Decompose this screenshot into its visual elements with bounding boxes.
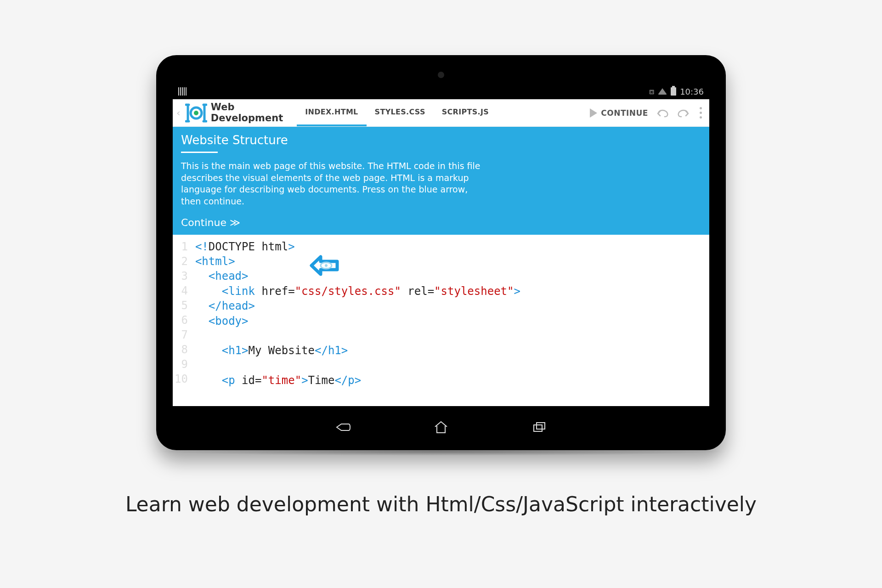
bluetooth-icon: ⧈ [649,86,654,96]
app-title-line2: Development [211,113,283,124]
nav-recents-icon[interactable] [531,419,547,435]
svg-point-1 [194,111,198,115]
lesson-continue-link[interactable]: Continue ≫ [181,217,701,228]
code-editor[interactable]: 12345678910 <!DOCTYPE html> <html> <head… [173,235,709,406]
lesson-body-text: This is the main web page of this websit… [181,160,484,208]
android-status-bar: ⧈ 10:36 [173,84,709,99]
menu-stripes-icon [178,87,187,96]
line-number-gutter: 12345678910 [173,235,191,406]
tablet-frame: ⧈ 10:36 ‹ Web Development INDEX.HTML STY… [156,55,726,450]
undo-button[interactable] [654,103,673,123]
tab-index-html[interactable]: INDEX.HTML [297,99,366,126]
tab-scripts-js[interactable]: SCRIPTS.JS [434,99,497,126]
app-toolbar: ‹ Web Development INDEX.HTML STYLES.CSS … [173,99,709,127]
continue-button-label: CONTINUE [601,108,648,118]
app-title: Web Development [211,102,283,123]
play-icon [590,108,597,118]
battery-icon [671,87,676,96]
lesson-title-underline [181,152,218,153]
code-source[interactable]: <!DOCTYPE html> <html> <head> <link href… [191,235,520,406]
svg-rect-4 [534,425,542,431]
continue-button[interactable]: CONTINUE [584,108,654,118]
lesson-title: Website Structure [181,133,701,147]
redo-button[interactable] [673,103,692,123]
wifi-icon [658,88,667,95]
app-logo-icon[interactable] [185,102,207,124]
nav-back-icon[interactable] [335,419,351,435]
status-time: 10:36 [680,87,704,96]
svg-rect-5 [537,423,545,429]
overflow-menu-button[interactable] [692,107,709,119]
svg-point-3 [325,264,328,267]
tab-styles-css[interactable]: STYLES.CSS [367,99,434,126]
lesson-panel: Website Structure This is the main web p… [173,127,709,235]
hint-arrow-icon[interactable] [243,240,273,261]
android-nav-bar [173,413,709,441]
tablet-screen: ⧈ 10:36 ‹ Web Development INDEX.HTML STY… [173,84,709,406]
app-title-line1: Web [211,102,283,113]
file-tabs: INDEX.HTML STYLES.CSS SCRIPTS.JS [297,99,497,126]
back-chevron-icon[interactable]: ‹ [173,107,181,119]
nav-home-icon[interactable] [433,419,449,435]
marketing-caption: Learn web development with Html/Css/Java… [125,492,757,516]
